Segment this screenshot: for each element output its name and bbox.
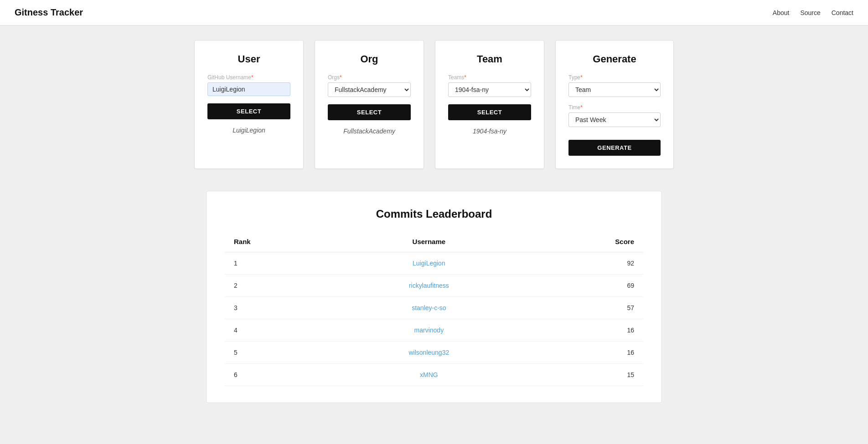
cell-score: 69 — [519, 275, 644, 297]
col-username: Username — [339, 233, 518, 252]
table-row: 2rickylaufitness69 — [225, 275, 643, 297]
org-selected-value: FullstackAcademy — [328, 128, 411, 135]
org-select-button[interactable]: SELECT — [328, 104, 411, 120]
table-row: 5wilsonleung3216 — [225, 342, 643, 364]
nav-source[interactable]: Source — [800, 9, 820, 16]
orgs-label: Orgs* — [328, 74, 411, 81]
col-score: Score — [519, 233, 644, 252]
cell-rank: 3 — [225, 297, 339, 319]
cell-rank: 4 — [225, 319, 339, 342]
cell-rank: 6 — [225, 364, 339, 386]
cell-score: 15 — [519, 364, 644, 386]
app-title: Gitness Tracker — [15, 7, 83, 18]
user-card: User GitHub Username* SELECT LuigiLegion — [194, 40, 304, 169]
username-link[interactable]: wilsonleung32 — [409, 349, 450, 356]
time-select[interactable]: Past Week Past Month Past Year — [568, 112, 661, 127]
table-row: 3stanley-c-so57 — [225, 297, 643, 319]
username-link[interactable]: marvinody — [414, 327, 444, 334]
team-selected-value: 1904-fsa-ny — [448, 128, 531, 135]
github-username-input[interactable] — [207, 82, 290, 96]
leaderboard-section: Commits Leaderboard Rank Username Score … — [206, 191, 662, 403]
cell-username[interactable]: marvinody — [339, 319, 518, 342]
teams-label: Teams* — [448, 74, 531, 81]
username-link[interactable]: stanley-c-so — [412, 304, 446, 311]
teams-select[interactable]: 1904-fsa-ny — [448, 82, 531, 97]
cell-score: 92 — [519, 252, 644, 275]
user-selected-value: LuigiLegion — [207, 127, 290, 134]
cell-rank: 2 — [225, 275, 339, 297]
leaderboard-title: Commits Leaderboard — [225, 208, 643, 220]
nav-contact[interactable]: Contact — [832, 9, 853, 16]
cell-score: 16 — [519, 319, 644, 342]
col-rank: Rank — [225, 233, 339, 252]
table-row: 1LuigiLegion92 — [225, 252, 643, 275]
org-card-title: Org — [328, 53, 411, 65]
leaderboard-table: Rank Username Score 1LuigiLegion922ricky… — [225, 233, 643, 386]
username-link[interactable]: rickylaufitness — [409, 282, 449, 289]
type-label: Type* — [568, 74, 661, 81]
cell-score: 16 — [519, 342, 644, 364]
cell-username[interactable]: xMNG — [339, 364, 518, 386]
generate-card-title: Generate — [568, 53, 661, 65]
nav-about[interactable]: About — [773, 9, 790, 16]
cell-username[interactable]: wilsonleung32 — [339, 342, 518, 364]
user-select-button[interactable]: SELECT — [207, 103, 290, 119]
orgs-select[interactable]: FullstackAcademy — [328, 82, 411, 97]
leaderboard-body: 1LuigiLegion922rickylaufitness693stanley… — [225, 252, 643, 386]
team-card-title: Team — [448, 53, 531, 65]
username-link[interactable]: LuigiLegion — [413, 260, 445, 267]
team-card: Team Teams* 1904-fsa-ny SELECT 1904-fsa-… — [435, 40, 544, 169]
cell-rank: 5 — [225, 342, 339, 364]
cell-username[interactable]: stanley-c-so — [339, 297, 518, 319]
cell-username[interactable]: rickylaufitness — [339, 275, 518, 297]
table-row: 4marvinody16 — [225, 319, 643, 342]
github-username-label: GitHub Username* — [207, 74, 290, 81]
nav-links: About Source Contact — [773, 9, 853, 16]
org-card: Org Orgs* FullstackAcademy SELECT Fullst… — [315, 40, 424, 169]
cell-rank: 1 — [225, 252, 339, 275]
table-row: 6xMNG15 — [225, 364, 643, 386]
cell-score: 57 — [519, 297, 644, 319]
generate-button[interactable]: GENERATE — [568, 140, 661, 156]
time-label: Time* — [568, 104, 661, 111]
main-content: User GitHub Username* SELECT LuigiLegion… — [142, 26, 726, 403]
user-card-title: User — [207, 53, 290, 65]
navbar: Gitness Tracker About Source Contact — [0, 0, 868, 26]
generate-card: Generate Type* Team Individual Time* Pas… — [555, 40, 674, 169]
table-header-row: Rank Username Score — [225, 233, 643, 252]
type-select[interactable]: Team Individual — [568, 82, 661, 97]
cards-row: User GitHub Username* SELECT LuigiLegion… — [157, 40, 711, 169]
username-link[interactable]: xMNG — [420, 371, 438, 378]
cell-username[interactable]: LuigiLegion — [339, 252, 518, 275]
team-select-button[interactable]: SELECT — [448, 104, 531, 120]
